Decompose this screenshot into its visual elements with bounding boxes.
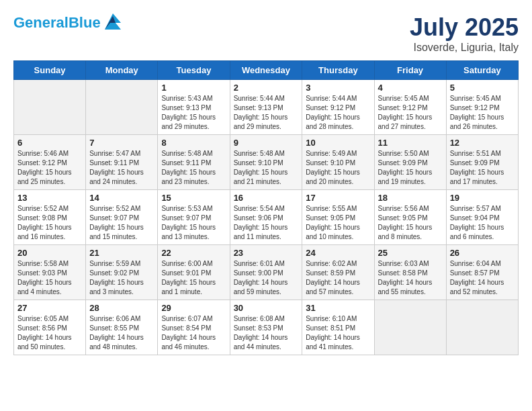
day-number: 26 <box>450 248 515 258</box>
calendar-cell: 18Sunrise: 5:56 AMSunset: 9:05 PMDayligh… <box>374 190 446 245</box>
location-title: Isoverde, Liguria, Italy <box>410 42 519 54</box>
calendar-cell <box>14 80 86 135</box>
calendar-cell: 23Sunrise: 6:01 AMSunset: 9:00 PMDayligh… <box>230 245 302 300</box>
day-detail: Sunrise: 5:43 AMSunset: 9:13 PMDaylight:… <box>161 94 226 132</box>
day-number: 28 <box>89 303 154 313</box>
logo-text: GeneralBlue <box>13 15 101 31</box>
day-of-week-header: SundayMondayTuesdayWednesdayThursdayFrid… <box>14 61 519 80</box>
calendar-cell: 31Sunrise: 6:10 AMSunset: 8:51 PMDayligh… <box>302 300 374 355</box>
day-number: 19 <box>450 193 515 203</box>
calendar-cell: 27Sunrise: 6:05 AMSunset: 8:56 PMDayligh… <box>14 300 86 355</box>
calendar-cell: 10Sunrise: 5:49 AMSunset: 9:10 PMDayligh… <box>302 135 374 190</box>
day-number: 13 <box>17 193 82 203</box>
day-number: 12 <box>450 138 515 148</box>
day-number: 1 <box>161 83 226 93</box>
calendar-cell: 6Sunrise: 5:46 AMSunset: 9:12 PMDaylight… <box>14 135 86 190</box>
day-detail: Sunrise: 5:48 AMSunset: 9:10 PMDaylight:… <box>234 149 299 187</box>
day-detail: Sunrise: 5:50 AMSunset: 9:09 PMDaylight:… <box>378 149 443 187</box>
calendar-cell: 2Sunrise: 5:44 AMSunset: 9:13 PMDaylight… <box>230 80 302 135</box>
day-number: 21 <box>89 248 154 258</box>
day-number: 4 <box>378 83 443 93</box>
day-number: 30 <box>234 303 299 313</box>
day-number: 2 <box>234 83 299 93</box>
day-number: 29 <box>161 303 226 313</box>
day-number: 6 <box>17 138 82 148</box>
day-number: 14 <box>89 193 154 203</box>
calendar-cell: 26Sunrise: 6:04 AMSunset: 8:57 PMDayligh… <box>446 245 518 300</box>
day-number: 10 <box>306 138 370 148</box>
day-number: 5 <box>450 83 515 93</box>
calendar-cell <box>446 300 518 355</box>
calendar-cell: 1Sunrise: 5:43 AMSunset: 9:13 PMDaylight… <box>158 80 230 135</box>
day-number: 31 <box>306 303 370 313</box>
day-detail: Sunrise: 6:03 AMSunset: 8:58 PMDaylight:… <box>378 259 443 297</box>
day-detail: Sunrise: 5:44 AMSunset: 9:12 PMDaylight:… <box>306 94 370 132</box>
calendar-cell: 11Sunrise: 5:50 AMSunset: 9:09 PMDayligh… <box>374 135 446 190</box>
day-detail: Sunrise: 5:48 AMSunset: 9:11 PMDaylight:… <box>161 149 226 187</box>
calendar-body: 1Sunrise: 5:43 AMSunset: 9:13 PMDaylight… <box>14 80 519 355</box>
calendar-cell: 17Sunrise: 5:55 AMSunset: 9:05 PMDayligh… <box>302 190 374 245</box>
day-detail: Sunrise: 5:45 AMSunset: 9:12 PMDaylight:… <box>378 94 443 132</box>
calendar-cell <box>86 80 158 135</box>
calendar-cell: 5Sunrise: 5:45 AMSunset: 9:12 PMDaylight… <box>446 80 518 135</box>
day-detail: Sunrise: 6:08 AMSunset: 8:53 PMDaylight:… <box>234 314 299 352</box>
day-detail: Sunrise: 5:51 AMSunset: 9:09 PMDaylight:… <box>450 149 515 187</box>
week-row-3: 13Sunrise: 5:52 AMSunset: 9:08 PMDayligh… <box>14 190 519 245</box>
day-detail: Sunrise: 5:47 AMSunset: 9:11 PMDaylight:… <box>89 149 154 187</box>
month-title: July 2025 <box>410 13 519 42</box>
week-row-2: 6Sunrise: 5:46 AMSunset: 9:12 PMDaylight… <box>14 135 519 190</box>
day-detail: Sunrise: 5:52 AMSunset: 9:08 PMDaylight:… <box>17 204 82 242</box>
calendar-cell: 8Sunrise: 5:48 AMSunset: 9:11 PMDaylight… <box>158 135 230 190</box>
title-block: July 2025 Isoverde, Liguria, Italy <box>410 13 519 54</box>
calendar-cell: 15Sunrise: 5:53 AMSunset: 9:07 PMDayligh… <box>158 190 230 245</box>
dow-thursday: Thursday <box>302 61 374 80</box>
day-number: 11 <box>378 138 443 148</box>
day-detail: Sunrise: 5:54 AMSunset: 9:06 PMDaylight:… <box>234 204 299 242</box>
week-row-1: 1Sunrise: 5:43 AMSunset: 9:13 PMDaylight… <box>14 80 519 135</box>
day-number: 15 <box>161 193 226 203</box>
calendar-cell: 25Sunrise: 6:03 AMSunset: 8:58 PMDayligh… <box>374 245 446 300</box>
day-detail: Sunrise: 6:07 AMSunset: 8:54 PMDaylight:… <box>161 314 226 352</box>
day-number: 3 <box>306 83 370 93</box>
dow-wednesday: Wednesday <box>230 61 302 80</box>
day-detail: Sunrise: 5:57 AMSunset: 9:04 PMDaylight:… <box>450 204 515 242</box>
day-detail: Sunrise: 5:56 AMSunset: 9:05 PMDaylight:… <box>378 204 443 242</box>
dow-saturday: Saturday <box>446 61 518 80</box>
day-number: 25 <box>378 248 443 258</box>
dow-monday: Monday <box>86 61 158 80</box>
day-number: 20 <box>17 248 82 258</box>
day-detail: Sunrise: 6:05 AMSunset: 8:56 PMDaylight:… <box>17 314 82 352</box>
logo: GeneralBlue <box>13 13 124 32</box>
calendar-cell: 4Sunrise: 5:45 AMSunset: 9:12 PMDaylight… <box>374 80 446 135</box>
day-detail: Sunrise: 6:02 AMSunset: 8:59 PMDaylight:… <box>306 259 370 297</box>
day-detail: Sunrise: 6:06 AMSunset: 8:55 PMDaylight:… <box>89 314 154 352</box>
calendar-cell: 12Sunrise: 5:51 AMSunset: 9:09 PMDayligh… <box>446 135 518 190</box>
calendar-cell: 20Sunrise: 5:58 AMSunset: 9:03 PMDayligh… <box>14 245 86 300</box>
day-number: 18 <box>378 193 443 203</box>
calendar-cell: 13Sunrise: 5:52 AMSunset: 9:08 PMDayligh… <box>14 190 86 245</box>
day-detail: Sunrise: 5:49 AMSunset: 9:10 PMDaylight:… <box>306 149 370 187</box>
calendar-table: SundayMondayTuesdayWednesdayThursdayFrid… <box>13 60 519 355</box>
day-detail: Sunrise: 5:45 AMSunset: 9:12 PMDaylight:… <box>450 94 515 132</box>
day-number: 16 <box>234 193 299 203</box>
calendar-cell: 14Sunrise: 5:52 AMSunset: 9:07 PMDayligh… <box>86 190 158 245</box>
calendar-cell: 24Sunrise: 6:02 AMSunset: 8:59 PMDayligh… <box>302 245 374 300</box>
day-detail: Sunrise: 5:46 AMSunset: 9:12 PMDaylight:… <box>17 149 82 187</box>
dow-friday: Friday <box>374 61 446 80</box>
day-detail: Sunrise: 6:10 AMSunset: 8:51 PMDaylight:… <box>306 314 370 352</box>
day-number: 23 <box>234 248 299 258</box>
day-number: 24 <box>306 248 370 258</box>
day-number: 7 <box>89 138 154 148</box>
calendar-cell <box>374 300 446 355</box>
logo-icon <box>102 11 124 32</box>
dow-sunday: Sunday <box>14 61 86 80</box>
week-row-5: 27Sunrise: 6:05 AMSunset: 8:56 PMDayligh… <box>14 300 519 355</box>
calendar-cell: 29Sunrise: 6:07 AMSunset: 8:54 PMDayligh… <box>158 300 230 355</box>
calendar-cell: 3Sunrise: 5:44 AMSunset: 9:12 PMDaylight… <box>302 80 374 135</box>
day-number: 27 <box>17 303 82 313</box>
calendar-cell: 19Sunrise: 5:57 AMSunset: 9:04 PMDayligh… <box>446 190 518 245</box>
day-number: 22 <box>161 248 226 258</box>
day-detail: Sunrise: 5:58 AMSunset: 9:03 PMDaylight:… <box>17 259 82 297</box>
calendar-cell: 28Sunrise: 6:06 AMSunset: 8:55 PMDayligh… <box>86 300 158 355</box>
page-header: GeneralBlue July 2025 Isoverde, Liguria,… <box>13 13 519 54</box>
